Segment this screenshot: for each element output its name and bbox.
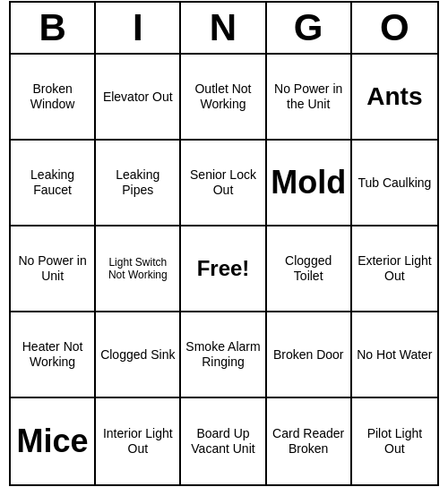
bingo-cell-5: Leaking Faucet xyxy=(11,141,96,226)
bingo-cell-7: Senior Lock Out xyxy=(181,141,266,226)
bingo-cell-4: Ants xyxy=(352,55,437,141)
bingo-cell-21: Interior Light Out xyxy=(96,398,181,484)
bingo-cell-22: Board Up Vacant Unit xyxy=(181,398,266,484)
bingo-cell-3: No Power in the Unit xyxy=(267,55,352,141)
header-letter-n: N xyxy=(181,3,266,53)
bingo-header: BINGO xyxy=(11,3,437,55)
bingo-cell-16: Clogged Sink xyxy=(96,312,181,398)
bingo-cell-1: Elevator Out xyxy=(96,55,181,141)
bingo-cell-11: Light Switch Not Working xyxy=(96,226,181,312)
bingo-cell-23: Card Reader Broken xyxy=(267,398,352,484)
bingo-cell-9: Tub Caulking xyxy=(352,141,437,226)
bingo-cell-19: No Hot Water xyxy=(352,312,437,398)
bingo-cell-17: Smoke Alarm Ringing xyxy=(181,312,266,398)
bingo-cell-2: Outlet Not Working xyxy=(181,55,266,141)
bingo-cell-15: Heater Not Working xyxy=(11,312,96,398)
bingo-cell-24: Pilot Light Out xyxy=(352,398,437,484)
bingo-cell-10: No Power in Unit xyxy=(11,226,96,312)
bingo-cell-13: Clogged Toilet xyxy=(267,226,352,312)
header-letter-i: I xyxy=(96,3,181,53)
bingo-cell-6: Leaking Pipes xyxy=(96,141,181,226)
bingo-cell-18: Broken Door xyxy=(267,312,352,398)
bingo-cell-8: Mold xyxy=(267,141,352,226)
header-letter-o: O xyxy=(352,3,437,53)
bingo-grid: Broken WindowElevator OutOutlet Not Work… xyxy=(11,55,437,484)
bingo-cell-12: Free! xyxy=(181,226,266,312)
bingo-cell-0: Broken Window xyxy=(11,55,96,141)
bingo-cell-20: Mice xyxy=(11,398,96,484)
header-letter-g: G xyxy=(267,3,352,53)
bingo-card: BINGO Broken WindowElevator OutOutlet No… xyxy=(9,1,439,486)
bingo-cell-14: Exterior Light Out xyxy=(352,226,437,312)
header-letter-b: B xyxy=(11,3,96,53)
